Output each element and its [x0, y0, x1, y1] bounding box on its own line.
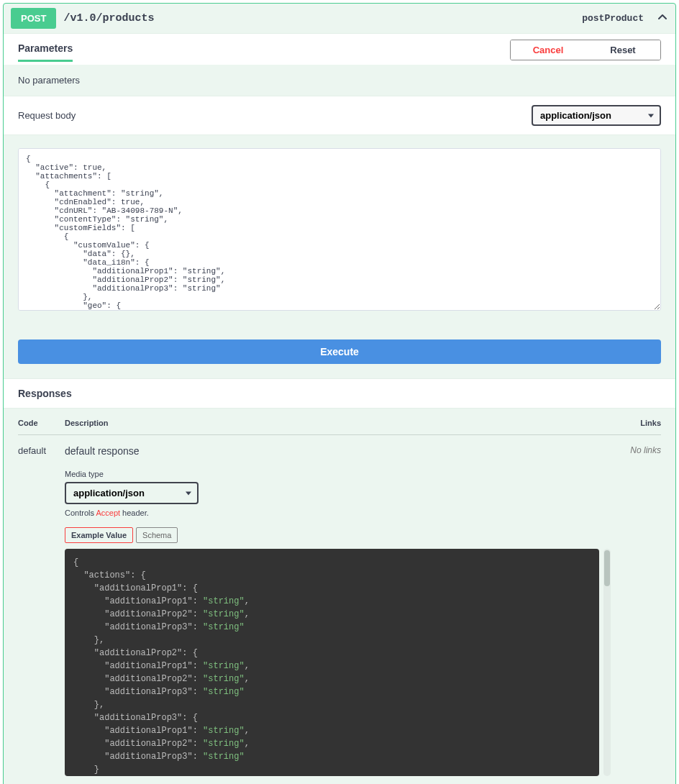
- tab-example-value[interactable]: Example Value: [65, 527, 133, 543]
- operation-path: /v1.0/products: [63, 12, 575, 24]
- tab-schema[interactable]: Schema: [136, 527, 178, 543]
- response-scrollbar[interactable]: [603, 549, 611, 776]
- operation-id: postProduct: [582, 13, 644, 24]
- request-body-label: Request body: [18, 110, 76, 121]
- response-description: default response: [65, 445, 611, 457]
- operation-header[interactable]: POST /v1.0/products postProduct: [4, 4, 675, 33]
- parameters-tab[interactable]: Parameters: [18, 42, 73, 62]
- response-code-wrap: { "actions": { "additionalProp1": { "add…: [65, 549, 611, 776]
- col-code: Code: [18, 419, 65, 427]
- response-links: No links: [611, 445, 661, 455]
- col-description: Description: [65, 419, 611, 427]
- execute-bar: Execute: [4, 327, 675, 378]
- response-description-cell: default response Media type application/…: [65, 445, 611, 776]
- try-out-controls: Cancel Reset: [510, 40, 661, 60]
- response-view-tabs: Example Value Schema: [65, 527, 611, 543]
- reset-button[interactable]: Reset: [585, 40, 660, 60]
- accept-header-hint: Controls Accept header.: [65, 509, 611, 517]
- response-scrollbar-thumb[interactable]: [604, 550, 610, 586]
- response-row: default default response Media type appl…: [18, 435, 661, 776]
- responses-table: Code Description Links default default r…: [4, 409, 675, 784]
- response-code: default: [18, 445, 65, 456]
- media-type-label: Media type: [65, 470, 611, 478]
- execute-button[interactable]: Execute: [18, 339, 661, 364]
- request-body-bar: Request body application/json: [4, 96, 675, 135]
- responses-label: Responses: [4, 378, 675, 409]
- request-body-textarea[interactable]: [18, 148, 661, 311]
- chevron-up-icon[interactable]: [657, 12, 668, 26]
- col-links: Links: [611, 419, 661, 427]
- content-type-select[interactable]: application/json: [532, 105, 661, 126]
- parameters-bar: Parameters Cancel Reset: [4, 33, 675, 65]
- media-type-select[interactable]: application/json: [65, 482, 199, 504]
- method-badge: POST: [11, 8, 56, 29]
- request-body-area: [4, 135, 675, 327]
- operation-block: POST /v1.0/products postProduct Paramete…: [3, 3, 676, 784]
- response-example-code[interactable]: { "actions": { "additionalProp1": { "add…: [65, 549, 599, 776]
- responses-table-head: Code Description Links: [18, 419, 661, 435]
- no-parameters-text: No parameters: [4, 65, 675, 96]
- cancel-button[interactable]: Cancel: [511, 40, 585, 60]
